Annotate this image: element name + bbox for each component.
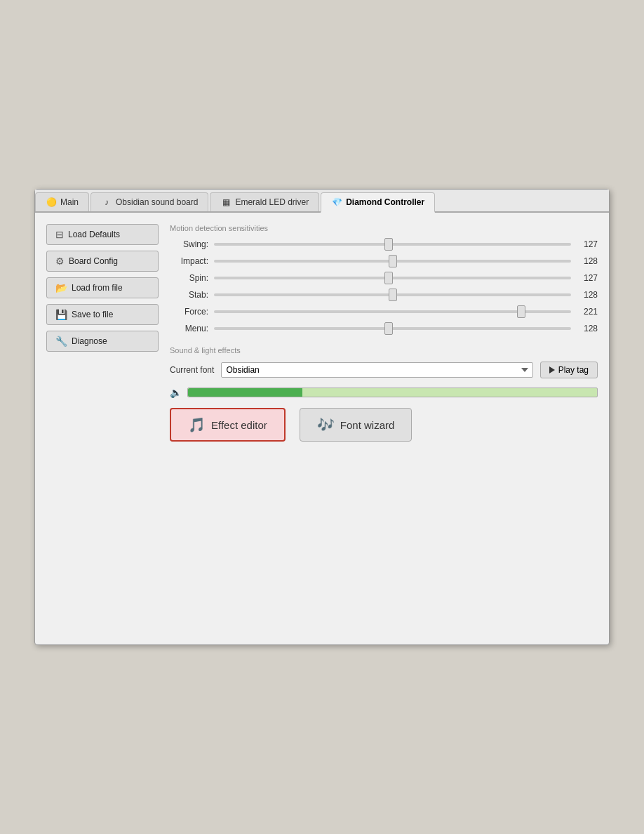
tab-bar: 🟡 Main ♪ Obsidian sound board ▦ Emerald …	[35, 190, 609, 213]
spin-value: 127	[577, 273, 598, 283]
tab-main-label: Main	[60, 197, 79, 207]
effect-editor-icon: 🎵	[188, 416, 206, 433]
swing-label: Swing:	[170, 239, 208, 249]
motion-section: Motion detection sensitivities Swing: 12…	[170, 224, 598, 333]
effect-editor-label: Effect editor	[211, 419, 267, 431]
impact-track	[214, 260, 571, 263]
force-label: Force:	[170, 307, 208, 317]
board-config-label: Board Config	[69, 256, 118, 266]
tab-obsidian[interactable]: ♪ Obsidian sound board	[90, 192, 208, 211]
menu-slider-row: Menu: 128	[170, 324, 598, 333]
effects-section: Sound & light effects Current font Obsid…	[170, 346, 598, 442]
play-tag-label: Play tag	[558, 365, 589, 375]
impact-slider-row: Impact: 128	[170, 256, 598, 266]
stab-thumb[interactable]	[389, 289, 397, 301]
bottom-buttons: 🎵 Effect editor 🎶 Font wizard	[170, 408, 598, 442]
effects-section-label: Sound & light effects	[170, 346, 598, 355]
spin-label: Spin:	[170, 273, 208, 283]
font-wizard-button[interactable]: 🎶 Font wizard	[300, 408, 412, 442]
tab-main[interactable]: 🟡 Main	[35, 192, 89, 211]
content-area: ⊟ Load Defaults ⚙ Board Config 📂 Load fr…	[35, 213, 609, 453]
swing-track	[214, 243, 571, 246]
save-to-file-label: Save to file	[72, 310, 113, 319]
impact-value: 128	[577, 256, 598, 266]
load-defaults-label: Load Defaults	[68, 230, 120, 239]
play-tag-button[interactable]: Play tag	[540, 362, 598, 378]
stab-track	[214, 293, 571, 296]
load-from-file-button[interactable]: 📂 Load from file	[46, 277, 159, 298]
load-defaults-icon: ⊟	[55, 229, 64, 240]
emerald-tab-icon: ▦	[220, 197, 232, 208]
font-wizard-icon: 🎶	[317, 416, 335, 433]
font-select[interactable]: Obsidian	[221, 362, 532, 378]
load-from-file-label: Load from file	[72, 283, 123, 293]
diagnose-icon: 🔧	[55, 336, 67, 347]
spin-track	[214, 277, 571, 279]
force-track	[214, 310, 571, 313]
spin-slider-row: Spin: 127	[170, 273, 598, 283]
stab-label: Stab:	[170, 290, 208, 300]
swing-slider-row: Swing: 127	[170, 239, 598, 249]
font-row: Current font Obsidian Play tag	[170, 362, 598, 378]
board-config-button[interactable]: ⚙ Board Config	[46, 251, 159, 272]
tab-diamond-label: Diamond Controller	[346, 197, 424, 207]
tab-obsidian-label: Obsidian sound board	[116, 197, 198, 207]
main-tab-icon: 🟡	[46, 197, 57, 208]
force-value: 221	[577, 307, 598, 317]
swing-thumb[interactable]	[384, 238, 393, 251]
save-to-file-button[interactable]: 💾 Save to file	[46, 304, 159, 325]
current-font-label: Current font	[170, 365, 214, 375]
diagnose-button[interactable]: 🔧 Diagnose	[46, 331, 159, 352]
play-icon	[549, 366, 555, 373]
menu-track	[214, 327, 571, 330]
force-slider-row: Force: 221	[170, 307, 598, 317]
load-from-file-icon: 📂	[55, 282, 67, 293]
menu-label: Menu:	[170, 324, 208, 333]
volume-bar[interactable]	[187, 388, 598, 397]
diagnose-label: Diagnose	[72, 336, 107, 346]
menu-thumb[interactable]	[384, 322, 393, 335]
volume-icon: 🔈	[170, 387, 182, 398]
swing-value: 127	[577, 239, 598, 249]
volume-row: 🔈	[170, 387, 598, 398]
tab-diamond[interactable]: 💎 Diamond Controller	[321, 192, 435, 213]
effect-editor-button[interactable]: 🎵 Effect editor	[170, 408, 286, 442]
obsidian-tab-icon: ♪	[101, 197, 112, 208]
left-panel: ⊟ Load Defaults ⚙ Board Config 📂 Load fr…	[46, 224, 159, 442]
impact-thumb[interactable]	[389, 255, 397, 267]
force-thumb[interactable]	[517, 305, 525, 318]
save-to-file-icon: 💾	[55, 309, 67, 320]
load-defaults-button[interactable]: ⊟ Load Defaults	[46, 224, 159, 245]
spin-thumb[interactable]	[384, 272, 393, 284]
tab-emerald[interactable]: ▦ Emerald LED driver	[210, 192, 319, 211]
font-wizard-label: Font wizard	[340, 419, 395, 431]
tab-emerald-label: Emerald LED driver	[235, 197, 309, 207]
diamond-tab-icon: 💎	[331, 197, 342, 208]
right-panel: Motion detection sensitivities Swing: 12…	[170, 224, 598, 442]
board-config-icon: ⚙	[55, 256, 65, 267]
volume-bar-fill	[188, 388, 302, 397]
stab-value: 128	[577, 290, 598, 300]
menu-value: 128	[577, 324, 598, 333]
stab-slider-row: Stab: 128	[170, 290, 598, 300]
impact-label: Impact:	[170, 256, 208, 266]
motion-section-label: Motion detection sensitivities	[170, 224, 598, 232]
main-window: 🟡 Main ♪ Obsidian sound board ▦ Emerald …	[34, 189, 610, 645]
